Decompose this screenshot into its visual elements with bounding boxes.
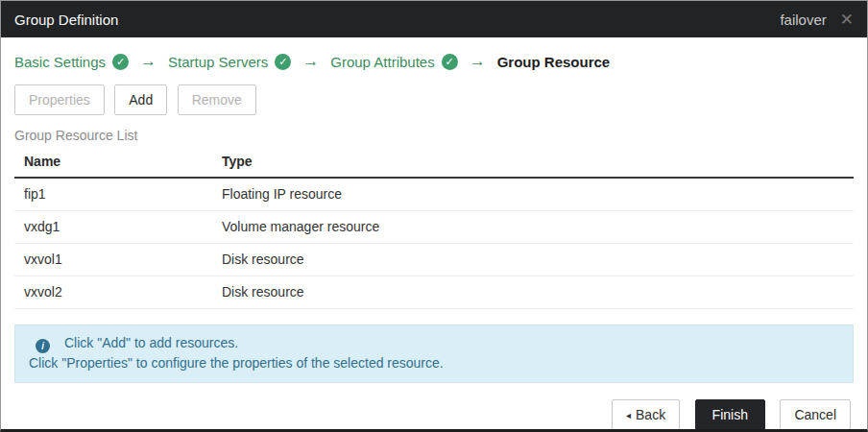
properties-button[interactable]: Properties: [14, 84, 105, 115]
info-line-1: iClick "Add" to add resources.: [29, 333, 839, 353]
resource-name-cell: vxdg1: [14, 211, 212, 244]
back-button-label: Back: [636, 407, 665, 422]
resource-type-cell: Disk resource: [212, 244, 854, 276]
step-group-resource-current: Group Resource: [497, 54, 611, 70]
back-button[interactable]: ◂Back: [612, 399, 680, 430]
arrow-icon: →: [470, 52, 486, 71]
table-row[interactable]: vxdg1 Volume manager resource: [14, 211, 854, 244]
resource-name-cell: fip1: [14, 178, 212, 211]
info-text-1: Click "Add" to add resources.: [64, 335, 238, 350]
close-icon[interactable]: ✕: [840, 12, 854, 28]
check-icon: ✓: [275, 54, 291, 70]
back-arrow-icon: ◂: [626, 410, 631, 420]
remove-button[interactable]: Remove: [178, 84, 256, 115]
group-resource-table: Name Type fip1 Floating IP resource vxdg…: [14, 147, 854, 309]
add-button[interactable]: Add: [114, 84, 167, 115]
arrow-icon: →: [302, 52, 319, 71]
group-resource-list-caption: Group Resource List: [14, 128, 854, 143]
check-icon: ✓: [112, 54, 129, 70]
check-icon: ✓: [442, 54, 458, 70]
resource-type-cell: Volume manager resource: [212, 211, 854, 244]
failover-context-label: failover: [780, 12, 826, 28]
table-row[interactable]: vxvol2 Disk resource: [14, 276, 854, 309]
group-definition-dialog: Group Definition failover ✕ Basic Settin…: [0, 0, 868, 432]
dialog-titlebar: Group Definition failover ✕: [1, 1, 867, 37]
dialog-footer: ◂Back Finish Cancel: [14, 399, 851, 430]
dialog-title: Group Definition: [14, 12, 118, 28]
info-icon: i: [36, 339, 50, 353]
resource-name-cell: vxvol2: [14, 276, 212, 309]
info-line-2: Click "Properties" to configure the prop…: [29, 353, 839, 373]
resource-toolbar: Properties Add Remove: [14, 84, 854, 115]
column-header-type: Type: [212, 147, 854, 178]
table-header-row: Name Type: [14, 147, 854, 178]
step-group-attributes[interactable]: Group Attributes: [330, 54, 434, 70]
step-startup-servers[interactable]: Startup Servers: [168, 54, 268, 70]
cancel-button[interactable]: Cancel: [780, 399, 851, 430]
resource-type-cell: Floating IP resource: [212, 178, 854, 211]
wizard-steps: Basic Settings ✓ → Startup Servers ✓ → G…: [14, 52, 854, 71]
info-message-box: iClick "Add" to add resources. Click "Pr…: [14, 324, 854, 383]
resource-type-cell: Disk resource: [212, 276, 854, 309]
table-row[interactable]: vxvol1 Disk resource: [14, 244, 854, 276]
table-row[interactable]: fip1 Floating IP resource: [14, 178, 854, 211]
finish-button[interactable]: Finish: [695, 399, 765, 430]
column-header-name: Name: [14, 147, 212, 178]
step-basic-settings[interactable]: Basic Settings: [14, 54, 106, 70]
dialog-content: Basic Settings ✓ → Startup Servers ✓ → G…: [1, 37, 867, 430]
arrow-icon: →: [140, 52, 157, 71]
resource-name-cell: vxvol1: [14, 244, 212, 276]
